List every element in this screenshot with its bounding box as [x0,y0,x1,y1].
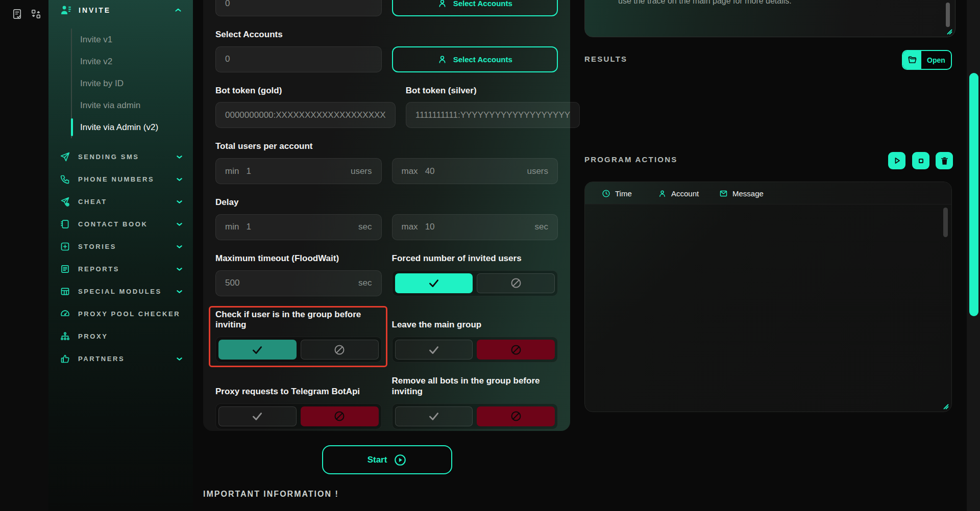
total-users-min-input[interactable]: min 1 users [215,158,382,184]
allow-button[interactable] [218,340,297,360]
invite-users-icon [60,4,72,16]
textarea-scrollbar-thumb[interactable] [946,3,950,27]
open-results-button[interactable]: Open [902,50,952,70]
deny-button[interactable] [301,340,379,360]
stop-icon [916,156,926,166]
clear-actions-button[interactable] [936,152,953,169]
chevron-up-icon[interactable] [174,6,183,15]
important-information-heading: IMPORTANT INFORMATION ! [203,490,339,499]
column-header-message: Message [719,182,764,205]
sidebar-item-invite-by-id[interactable]: Invite by ID [80,72,193,94]
sidebar-item-invite-v1[interactable]: Invite v1 [80,29,193,50]
trash-icon [940,156,949,166]
deny-button[interactable] [477,273,555,293]
remove-bots-toggle [392,403,558,429]
phone-icon [60,174,70,185]
reports-icon [60,264,70,274]
person-icon [658,189,667,198]
forced-invites-toggle [392,270,558,296]
delay-label: Delay [215,197,382,208]
allow-button[interactable] [395,340,473,360]
forced-invites-label: Forced number of invited users [392,253,558,264]
special-modules-icon [60,286,70,297]
leave-group-toggle [392,337,558,363]
clipboard-check-icon[interactable] [11,8,23,20]
sidebar-item-proxy-pool-checker[interactable]: PROXY POOL CHECKER [48,302,193,325]
select-accounts-button-top[interactable]: Select Accounts [392,0,558,16]
program-actions-table: Time Account Message [584,182,952,412]
chevron-down-icon [175,220,184,228]
resize-grip-icon[interactable] [946,29,952,35]
bot-token-gold-label: Bot token (gold) [215,86,396,96]
allow-button[interactable] [395,273,473,293]
stories-plus-icon [60,241,70,252]
sidebar-item-cheat[interactable]: CHEAT [48,190,193,213]
swap-modules-icon[interactable] [30,8,42,20]
table-scrollbar-thumb[interactable] [943,208,948,237]
delay-min-input[interactable]: min 1 sec [215,214,382,240]
delay-max-input[interactable]: max 10 sec [392,214,558,240]
mail-icon [719,189,728,198]
sidebar-item-phone-numbers[interactable]: PHONE NUMBERS [48,168,193,190]
accounts-count-input[interactable]: 0 [215,46,382,72]
play-circle-icon [394,453,407,467]
check-icon [427,410,440,423]
deny-button[interactable] [301,406,379,426]
timeout-label: Maximum timeout (FloodWait) [215,253,382,264]
allow-button[interactable] [395,406,473,426]
slash-circle-icon [510,277,522,289]
open-button-label: Open [921,51,951,69]
column-header-account: Account [658,182,699,205]
chevron-down-icon [175,242,184,251]
sidebar-section-invite[interactable]: INVITE [48,0,193,16]
sidebar-item-proxy[interactable]: PROXY [48,325,193,347]
info-textarea[interactable]: use the trace on the main page for more … [584,0,955,37]
sidebar-item-partners[interactable]: PARTNERS [48,347,193,370]
sidebar: INVITE Invite v1 Invite v2 Invite by ID … [48,0,193,511]
sidebar-item-invite-via-admin-v2[interactable]: Invite via Admin (v2) [80,116,193,138]
page-scrollbar[interactable] [967,0,980,511]
deny-button[interactable] [477,340,555,360]
resize-grip-icon[interactable] [943,403,949,410]
sidebar-item-contact-book[interactable]: CONTACT BOOK [48,213,193,235]
slash-circle-icon [333,410,346,422]
sidebar-item-reports[interactable]: REPORTS [48,258,193,280]
sidebar-item-sending-sms[interactable]: SENDING SMS [48,145,193,168]
allow-button[interactable] [218,406,297,426]
invite-sub-list: Invite v1 Invite v2 Invite by ID Invite … [71,29,193,138]
total-users-max-input[interactable]: max 40 users [392,158,558,184]
person-icon [437,55,447,64]
check-icon [427,276,440,290]
invite-form-panel: 0 Select Accounts Select Accounts 0 Sele… [203,0,570,431]
send-icon [60,151,70,162]
folder-open-icon [903,51,921,69]
page-scrollbar-thumb[interactable] [969,73,978,316]
sidebar-item-stories[interactable]: STORIES [48,235,193,258]
sidebar-item-special-modules[interactable]: SPECIAL MODULES [48,280,193,302]
gauge-icon [60,309,70,319]
check-user-label: Check if user is in the group before inv… [215,310,382,330]
deny-button[interactable] [477,406,555,426]
chevron-down-icon [175,287,184,296]
chevron-down-icon [175,175,184,184]
check-user-toggle [215,337,382,363]
bot-token-gold-input[interactable]: 0000000000:XXXXXXXXXXXXXXXXXXX [215,102,396,128]
timeout-input[interactable]: 500 sec [215,270,382,296]
person-icon [437,0,447,8]
sidebar-nav: SENDING SMS PHONE NUMBERS CHEAT CONTACT … [48,145,193,370]
proxy-requests-label: Proxy requests to Telegram BotApi [215,387,382,397]
bot-token-silver-input[interactable]: 1111111111:YYYYYYYYYYYYYYYYYYY [406,102,580,128]
slash-circle-icon [510,410,522,422]
table-header: Time Account Message [585,182,951,205]
accounts-count-input-top[interactable]: 0 [215,0,382,16]
run-actions-button[interactable] [888,152,905,169]
select-accounts-button[interactable]: Select Accounts [392,46,558,72]
chevron-down-icon [175,265,184,273]
chevron-down-icon [175,152,184,161]
sidebar-item-invite-via-admin[interactable]: Invite via admin [80,94,193,116]
cheat-send-icon [60,196,70,207]
start-button[interactable]: Start [322,445,452,474]
stop-actions-button[interactable] [912,152,929,169]
sidebar-item-invite-v2[interactable]: Invite v2 [80,50,193,72]
thumbs-up-icon [60,353,70,364]
